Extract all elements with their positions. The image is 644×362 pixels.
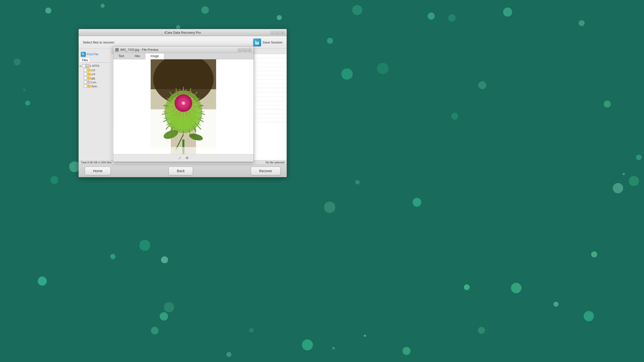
svg-rect-1 (256, 40, 258, 42)
tree-item-jpg[interactable]: jpg (80, 76, 110, 80)
save-session-button[interactable]: Save Session (253, 38, 283, 47)
dialog-controls: − □ × (238, 48, 252, 52)
svg-point-84 (183, 116, 184, 117)
dialog-footer: ⤢ ✥ (113, 154, 254, 162)
folder-icon-lost (87, 81, 91, 84)
svg-point-91 (172, 95, 173, 96)
recover-button[interactable]: Recover (251, 167, 280, 175)
svg-point-4 (82, 53, 84, 55)
folder-icon-jpg (87, 77, 91, 80)
svg-line-5 (84, 55, 85, 56)
tree-checkbox-ntfs[interactable] (82, 64, 85, 67)
tree-checkbox-sys[interactable] (84, 85, 87, 88)
tree-item-ntfs[interactable]: ▷ 1 NTFS (80, 64, 110, 68)
svg-point-77 (194, 95, 195, 96)
folder-icon-cr2 (87, 69, 91, 72)
save-session-icon (253, 38, 261, 47)
dialog-content (113, 59, 254, 154)
files-tab[interactable]: Files (80, 58, 90, 62)
svg-rect-2 (256, 42, 258, 43)
folder-icon-cr3 (87, 73, 91, 76)
dialog-tab-text[interactable]: Text (113, 53, 129, 59)
svg-point-93 (179, 89, 180, 90)
save-session-label: Save Session (263, 40, 283, 44)
dialog-close-button[interactable]: × (248, 48, 252, 52)
title-bar: iCare Data Recovery Pro − □ × (79, 29, 287, 36)
find-file-button[interactable]: Find File (80, 51, 110, 58)
file-tree: ▷ 1 NTFS cr2 cr3 j (80, 64, 110, 158)
svg-rect-6 (116, 49, 118, 51)
tree-item-cr3[interactable]: cr3 (80, 72, 110, 76)
svg-point-79 (197, 103, 198, 104)
svg-point-74 (183, 89, 184, 90)
close-button[interactable]: × (280, 31, 285, 34)
svg-point-86 (175, 114, 176, 115)
image-preview (151, 59, 216, 154)
svg-point-90 (170, 99, 171, 100)
sidebar: Find File Files ▷ 1 NTFS cr2 (79, 49, 111, 160)
dialog-maximize-button[interactable]: □ (243, 48, 247, 52)
home-button[interactable]: Home (85, 167, 111, 175)
svg-rect-3 (256, 43, 258, 44)
dialog-title: IMG_7433.jpg - File Preview (120, 48, 238, 52)
tree-checkbox-lost[interactable] (84, 81, 87, 84)
tree-item-sys[interactable]: Syst... (80, 84, 110, 88)
svg-point-80 (196, 106, 197, 107)
svg-rect-9 (151, 59, 216, 89)
preview-dialog: IMG_7433.jpg - File Preview − □ × Text H… (113, 46, 254, 162)
svg-point-75 (185, 89, 186, 90)
find-file-icon (81, 52, 86, 57)
find-file-label: Find File (87, 53, 98, 56)
folder-icon-sys (87, 85, 91, 88)
maximize-button[interactable]: □ (275, 31, 279, 34)
tree-item-cr2[interactable]: cr2 (80, 68, 110, 72)
dialog-minimize-button[interactable]: − (238, 48, 242, 52)
svg-point-87 (172, 111, 173, 112)
status-total: Total 8.98 GB in 659 files (81, 161, 111, 164)
svg-point-83 (187, 116, 188, 117)
svg-point-76 (190, 91, 191, 92)
bottom-bar: Home Back Recover (79, 164, 287, 177)
svg-point-82 (190, 114, 191, 115)
select-label: Select files to recover: (83, 40, 115, 44)
tree-checkbox-jpg[interactable] (84, 77, 87, 80)
drive-icon (86, 64, 89, 68)
dialog-title-bar: IMG_7433.jpg - File Preview − □ × (113, 47, 254, 53)
svg-point-89 (169, 103, 170, 104)
dialog-tabs: Text Hex Image (113, 53, 254, 59)
app-window: iCare Data Recovery Pro − □ × Select fil… (78, 29, 287, 177)
dialog-tab-hex[interactable]: Hex (129, 53, 145, 59)
tree-checkbox-cr3[interactable] (84, 73, 87, 76)
tabs-bar: Files (80, 58, 110, 63)
app-title: iCare Data Recovery Pro (165, 31, 201, 34)
tree-checkbox-cr2[interactable] (84, 69, 87, 72)
status-selection: No file selected (266, 161, 285, 164)
svg-rect-98 (151, 147, 216, 154)
svg-point-92 (175, 91, 176, 92)
minimize-button[interactable]: − (270, 31, 274, 34)
svg-point-85 (179, 116, 180, 117)
zoom-fit-icon[interactable]: ⤢ (178, 156, 181, 160)
dialog-app-icon (115, 48, 119, 52)
svg-point-88 (170, 106, 171, 107)
svg-point-95 (182, 102, 184, 104)
dialog-tab-image[interactable]: Image (145, 53, 164, 59)
zoom-move-icon[interactable]: ✥ (185, 156, 189, 160)
back-button[interactable]: Back (169, 167, 193, 175)
title-bar-controls: − □ × (270, 31, 285, 34)
svg-point-78 (196, 99, 197, 100)
tree-item-lost[interactable]: Los... (80, 80, 110, 84)
svg-point-81 (194, 111, 195, 112)
